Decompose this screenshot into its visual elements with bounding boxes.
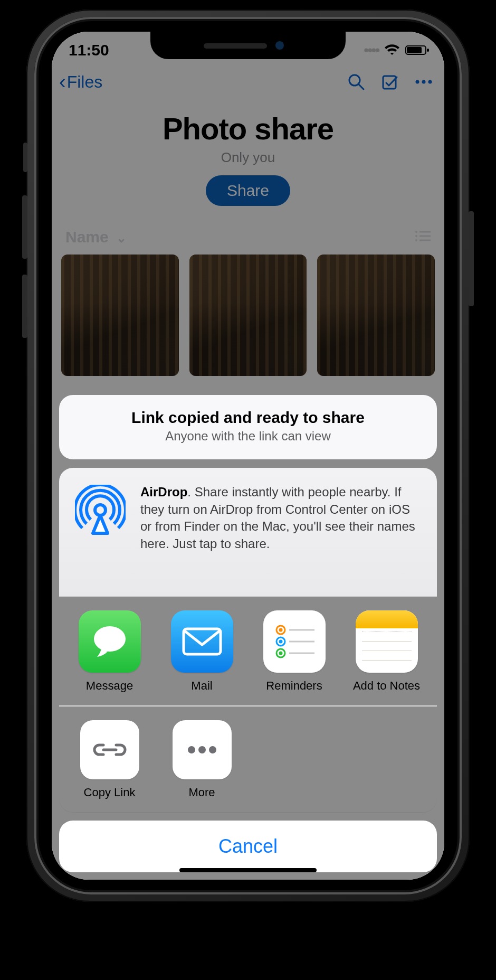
app-label: Reminders — [266, 679, 322, 693]
notch — [150, 32, 346, 59]
notes-icon — [356, 610, 418, 673]
svg-point-19 — [279, 628, 282, 632]
share-app-message[interactable]: Message — [63, 610, 156, 693]
share-options-group: AirDrop. Share instantly with people nea… — [59, 468, 437, 812]
airdrop-text: AirDrop. Share instantly with people nea… — [140, 484, 422, 552]
volume-up-button — [22, 195, 27, 259]
more-horizontal-icon — [173, 720, 232, 779]
airdrop-icon — [74, 484, 127, 536]
link-copied-card: Link copied and ready to share Anyone wi… — [59, 395, 437, 459]
share-app-notes[interactable]: Add to Notes — [340, 610, 433, 693]
svg-point-28 — [198, 746, 206, 753]
share-action-more[interactable]: More — [156, 720, 248, 799]
svg-rect-17 — [184, 629, 221, 654]
svg-point-27 — [188, 746, 195, 753]
action-label: Copy Link — [84, 786, 136, 799]
copied-title: Link copied and ready to share — [70, 409, 426, 427]
message-icon — [79, 610, 141, 673]
svg-point-29 — [209, 746, 216, 753]
action-label: More — [188, 786, 215, 799]
copied-subtitle: Anyone with the link can view — [70, 429, 426, 444]
svg-point-15 — [95, 505, 106, 515]
mute-switch — [23, 143, 27, 172]
power-button — [469, 211, 474, 306]
share-sheet: Link copied and ready to share Anyone wi… — [59, 395, 437, 872]
screen: 11:50 •••• ‹ Files — [52, 32, 444, 880]
share-actions-row: Copy Link More . . — [59, 706, 437, 812]
cancel-button[interactable]: Cancel — [59, 821, 437, 872]
device-frame: 11:50 •••• ‹ Files — [0, 0, 496, 980]
svg-point-23 — [279, 652, 282, 655]
app-label: Mail — [191, 679, 212, 693]
share-app-reminders[interactable]: Reminders — [248, 610, 340, 693]
mail-icon — [171, 610, 233, 673]
link-icon — [80, 720, 139, 779]
reminders-icon — [263, 610, 326, 673]
app-label: Message — [86, 679, 133, 693]
airdrop-title: AirDrop — [140, 485, 187, 499]
share-action-copy-link[interactable]: Copy Link — [63, 720, 156, 799]
svg-point-21 — [279, 640, 282, 644]
airdrop-section[interactable]: AirDrop. Share instantly with people nea… — [59, 468, 437, 597]
home-indicator[interactable] — [179, 868, 317, 872]
svg-point-16 — [94, 626, 126, 652]
share-apps-row: Message Mail — [59, 596, 437, 706]
volume-down-button — [22, 275, 27, 338]
app-label: Add to Notes — [353, 679, 420, 693]
share-app-mail[interactable]: Mail — [156, 610, 248, 693]
